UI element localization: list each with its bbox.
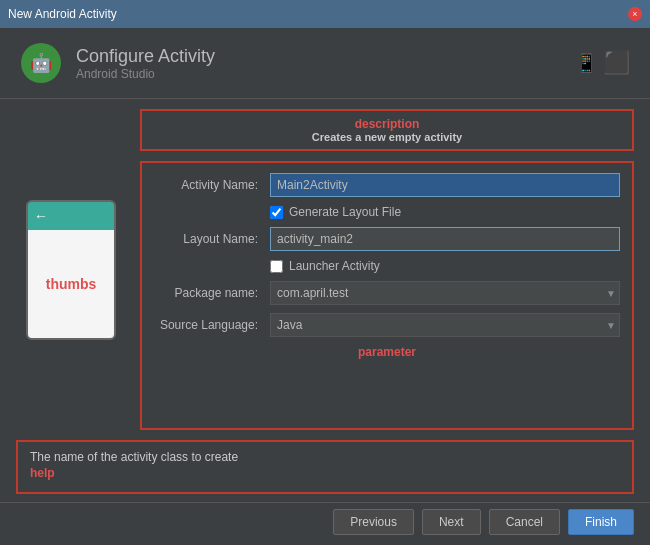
layout-name-input[interactable] [270, 227, 620, 251]
phone-body: thumbs [28, 230, 114, 338]
source-language-row: Source Language: Java Kotlin ▼ [154, 313, 620, 337]
next-button[interactable]: Next [422, 509, 481, 535]
description-text: Creates a new empty activity [152, 131, 622, 143]
help-text: The name of the activity class to create [30, 450, 620, 464]
package-name-wrapper: com.april.test ▼ [270, 281, 620, 305]
launcher-activity-label[interactable]: Launcher Activity [289, 259, 380, 273]
activity-name-label: Activity Name: [154, 178, 264, 192]
svg-text:🤖: 🤖 [30, 52, 53, 74]
bottom-buttons: Previous Next Cancel Finish [0, 502, 650, 545]
title-bar-left: New Android Activity [8, 7, 117, 21]
generate-layout-row: Generate Layout File [270, 205, 620, 219]
header: 🤖 Configure Activity Android Studio 📱 ⬛ [0, 28, 650, 99]
phone-header: ← [28, 202, 114, 230]
phone-mockup: ← thumbs [26, 200, 116, 340]
source-language-wrapper: Java Kotlin ▼ [270, 313, 620, 337]
android-logo-icon: 🤖 [20, 42, 62, 84]
parameter-box: Activity Name: Generate Layout File Layo… [140, 161, 634, 430]
source-language-select[interactable]: Java Kotlin [270, 313, 620, 337]
thumbs-label: thumbs [46, 276, 97, 292]
layout-name-label: Layout Name: [154, 232, 264, 246]
package-name-label: Package name: [154, 286, 264, 300]
description-box: description Creates a new empty activity [140, 109, 634, 151]
header-icons: 📱 ⬛ [575, 50, 630, 76]
launcher-activity-row: Launcher Activity [270, 259, 620, 273]
activity-name-row: Activity Name: [154, 173, 620, 197]
generate-layout-label[interactable]: Generate Layout File [289, 205, 401, 219]
finish-button[interactable]: Finish [568, 509, 634, 535]
title-bar-title: New Android Activity [8, 7, 117, 21]
launcher-activity-checkbox[interactable] [270, 260, 283, 273]
content-body: ← thumbs description Creates a new empty… [0, 99, 650, 440]
header-subtitle: Android Studio [76, 67, 215, 81]
tablet-icon: ⬛ [603, 50, 630, 76]
layout-name-row: Layout Name: [154, 227, 620, 251]
generate-layout-checkbox[interactable] [270, 206, 283, 219]
activity-name-input[interactable] [270, 173, 620, 197]
right-panel: description Creates a new empty activity… [140, 109, 634, 430]
header-text: Configure Activity Android Studio [76, 46, 215, 81]
help-section: The name of the activity class to create… [16, 440, 634, 494]
header-left: 🤖 Configure Activity Android Studio [20, 42, 215, 84]
parameter-label: parameter [154, 345, 620, 359]
left-panel: ← thumbs [16, 109, 126, 430]
package-name-row: Package name: com.april.test ▼ [154, 281, 620, 305]
header-title: Configure Activity [76, 46, 215, 67]
close-button[interactable]: × [628, 7, 642, 21]
previous-button[interactable]: Previous [333, 509, 414, 535]
phone-icon: 📱 [575, 52, 597, 74]
help-label: help [30, 466, 620, 480]
main-area: 🤖 Configure Activity Android Studio 📱 ⬛ … [0, 28, 650, 545]
back-arrow-icon: ← [34, 208, 48, 224]
source-language-label: Source Language: [154, 318, 264, 332]
cancel-button[interactable]: Cancel [489, 509, 560, 535]
title-bar: New Android Activity × [0, 0, 650, 28]
package-name-select[interactable]: com.april.test [270, 281, 620, 305]
description-label: description [152, 117, 622, 131]
